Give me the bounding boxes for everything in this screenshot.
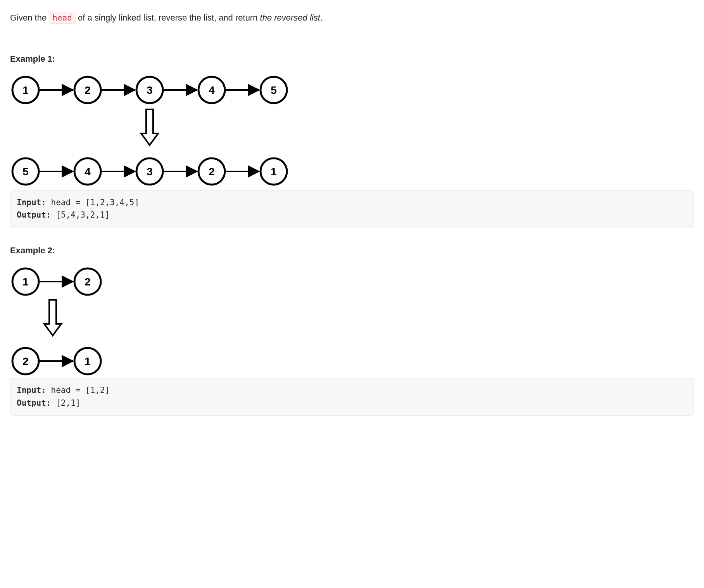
down-arrow-icon — [141, 109, 158, 145]
intro-suffix: . — [320, 13, 323, 22]
down-arrow-icon — [44, 300, 61, 336]
intro-mid: of a singly linked list, reverse the lis… — [78, 13, 260, 22]
inline-code-head: head — [49, 12, 76, 24]
diagram-node: 5 — [271, 84, 277, 96]
example-1-heading: Example 1: — [10, 52, 694, 66]
intro-italic: the reversed list — [260, 13, 320, 22]
diagram-node: 1 — [271, 166, 277, 178]
intro-prefix: Given the — [10, 13, 49, 22]
diagram-node: 1 — [22, 276, 29, 288]
diagram-node: 1 — [22, 84, 29, 96]
output-label: Output: — [17, 398, 51, 408]
diagram-node: 3 — [147, 166, 153, 178]
input-label: Input: — [17, 386, 46, 395]
output-value: [5,4,3,2,1] — [51, 210, 110, 220]
example-2-heading: Example 2: — [10, 244, 694, 257]
diagram-node: 4 — [85, 166, 91, 178]
example-1-diagram: 1 2 3 4 5 5 4 3 2 1 — [10, 73, 694, 193]
diagram-node: 2 — [85, 276, 91, 288]
diagram-node: 1 — [85, 355, 91, 367]
input-label: Input: — [17, 198, 46, 207]
problem-statement: Given the head of a singly linked list, … — [10, 11, 694, 25]
input-value: head = [1,2] — [46, 386, 110, 395]
diagram-node: 3 — [147, 84, 153, 96]
example-2-diagram: 1 2 2 1 — [10, 264, 694, 380]
diagram-node: 4 — [209, 84, 215, 96]
example-1-codeblock: Input: head = [1,2,3,4,5] Output: [5,4,3… — [10, 190, 694, 228]
input-value: head = [1,2,3,4,5] — [46, 198, 139, 207]
output-value: [2,1] — [51, 398, 81, 408]
example-2-codeblock: Input: head = [1,2] Output: [2,1] — [10, 378, 694, 416]
diagram-node: 2 — [209, 166, 215, 178]
diagram-node: 2 — [85, 84, 91, 96]
output-label: Output: — [17, 210, 51, 220]
diagram-node: 5 — [22, 166, 29, 178]
diagram-node: 2 — [22, 355, 29, 367]
